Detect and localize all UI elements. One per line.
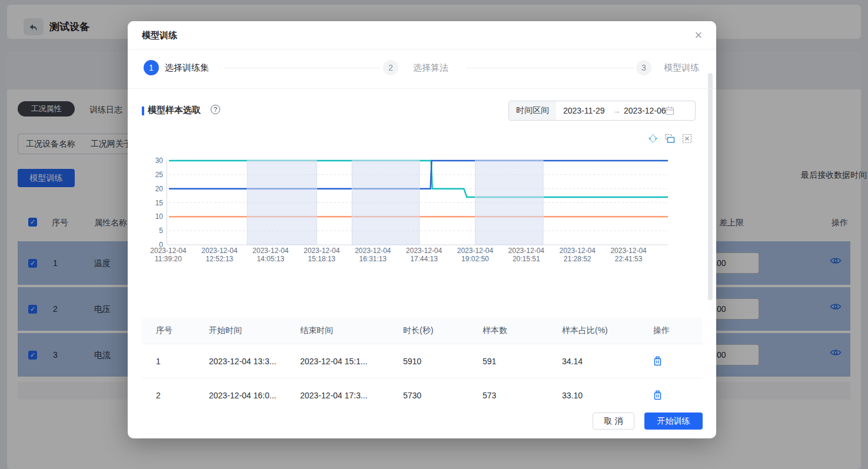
- svg-text:11:39:20: 11:39:20: [155, 255, 182, 263]
- svg-text:20: 20: [155, 185, 164, 193]
- svg-text:25: 25: [155, 171, 164, 179]
- cell-end: 2023-12-04 15:1...: [300, 357, 403, 366]
- delete-icon[interactable]: [653, 390, 662, 400]
- cell-samples: 573: [483, 391, 562, 400]
- svg-text:2023-12-04: 2023-12-04: [560, 247, 596, 255]
- delete-icon[interactable]: [653, 356, 662, 366]
- step-2-label: 选择算法: [413, 62, 448, 74]
- svg-text:2023-12-04: 2023-12-04: [406, 247, 443, 255]
- step-1-circle: 1: [144, 60, 159, 75]
- cancel-button[interactable]: 取 消: [593, 413, 634, 430]
- dialog-title: 模型训练: [142, 30, 177, 41]
- col-start-time: 开始时间: [209, 325, 300, 336]
- step-connector: [466, 68, 634, 68]
- col-sample-ratio: 样本占比(%): [562, 325, 653, 336]
- cell-duration: 5730: [403, 391, 483, 400]
- sample-row: 1 2023-12-04 13:3... 2023-12-04 15:1... …: [142, 344, 702, 378]
- sample-table: 序号 开始时间 结束时间 时长(秒) 样本数 样本占比(%) 操作 1 2023…: [142, 318, 702, 410]
- svg-text:10: 10: [155, 212, 164, 221]
- svg-text:21:28:52: 21:28:52: [564, 255, 591, 263]
- col-sample-count: 样本数: [483, 325, 562, 336]
- cell-ratio: 33.10: [562, 391, 653, 400]
- col-end-time: 结束时间: [300, 325, 403, 336]
- sample-row: 2 2023-12-04 16:0... 2023-12-04 17:3... …: [142, 378, 702, 410]
- col-duration: 时长(秒): [403, 325, 483, 336]
- svg-text:2023-12-04: 2023-12-04: [508, 247, 545, 255]
- calendar-icon[interactable]: [665, 106, 674, 115]
- svg-text:2023-12-04: 2023-12-04: [252, 247, 289, 255]
- section-title: 模型样本选取: [148, 105, 201, 116]
- svg-text:15:18:13: 15:18:13: [308, 255, 335, 263]
- scrollbar-thumb[interactable]: [708, 73, 713, 300]
- cell-no: 2: [156, 391, 209, 400]
- section-accent-bar: [142, 107, 144, 115]
- end-date-value[interactable]: 2023-12-06: [624, 106, 670, 115]
- svg-text:12:52:13: 12:52:13: [206, 255, 234, 263]
- svg-text:2023-12-04: 2023-12-04: [304, 247, 340, 255]
- clear-selection-icon[interactable]: [682, 134, 692, 144]
- close-icon[interactable]: ×: [690, 27, 707, 44]
- help-icon[interactable]: ?: [211, 105, 220, 114]
- sample-table-header: 序号 开始时间 结束时间 时长(秒) 样本数 样本占比(%) 操作: [142, 318, 702, 344]
- svg-text:15: 15: [155, 199, 164, 207]
- cell-start: 2023-12-04 13:3...: [209, 357, 300, 366]
- date-range-label: 时间区间: [509, 101, 556, 120]
- step-1-label: 选择训练集: [165, 62, 209, 74]
- svg-text:2023-12-04: 2023-12-04: [201, 247, 238, 255]
- cell-duration: 5910: [403, 357, 483, 366]
- step-connector: [224, 68, 380, 68]
- model-training-dialog: 模型训练 × 1 选择训练集 2 选择算法 3 模型训练 模型样本选取 ? 时间…: [128, 21, 716, 438]
- start-training-button[interactable]: 开始训练: [644, 413, 703, 430]
- svg-text:14:05:13: 14:05:13: [257, 255, 284, 263]
- svg-text:16:31:13: 16:31:13: [359, 255, 387, 263]
- cell-ratio: 34.14: [562, 357, 653, 366]
- cell-no: 1: [156, 357, 209, 366]
- svg-text:19:02:50: 19:02:50: [461, 255, 489, 263]
- cell-samples: 591: [483, 357, 562, 366]
- data-zoom-select-icon[interactable]: [648, 134, 658, 144]
- keep-selection-icon[interactable]: [665, 134, 675, 144]
- col-no: 序号: [156, 325, 209, 336]
- divider: [128, 88, 716, 89]
- step-2-circle: 2: [383, 60, 398, 75]
- svg-text:17:44:13: 17:44:13: [410, 255, 438, 263]
- svg-text:20:15:51: 20:15:51: [513, 255, 540, 263]
- svg-text:5: 5: [159, 227, 163, 235]
- svg-text:2023-12-04: 2023-12-04: [355, 247, 391, 255]
- svg-text:30: 30: [155, 157, 164, 165]
- training-chart[interactable]: 0510152025302023-12-0411:39:202023-12-04…: [142, 152, 680, 265]
- step-3-circle: 3: [636, 60, 651, 75]
- step-3-label: 模型训练: [664, 62, 699, 74]
- svg-text:2023-12-04: 2023-12-04: [150, 247, 187, 255]
- date-range-picker[interactable]: 时间区间 2023-11-29 → 2023-12-06: [508, 101, 696, 121]
- cell-start: 2023-12-04 16:0...: [209, 391, 300, 400]
- svg-text:22:41:53: 22:41:53: [615, 255, 643, 263]
- range-arrow-icon: →: [613, 107, 620, 115]
- col-action: 操作: [653, 325, 702, 336]
- chart-toolbox: [648, 134, 692, 144]
- svg-text:2023-12-04: 2023-12-04: [457, 247, 494, 255]
- dialog-header: 模型训练 ×: [128, 21, 716, 49]
- start-date-value[interactable]: 2023-11-29: [563, 106, 609, 115]
- svg-text:2023-12-04: 2023-12-04: [610, 247, 647, 255]
- cell-end: 2023-12-04 17:3...: [300, 391, 403, 400]
- dialog-scrollbar[interactable]: [708, 52, 713, 433]
